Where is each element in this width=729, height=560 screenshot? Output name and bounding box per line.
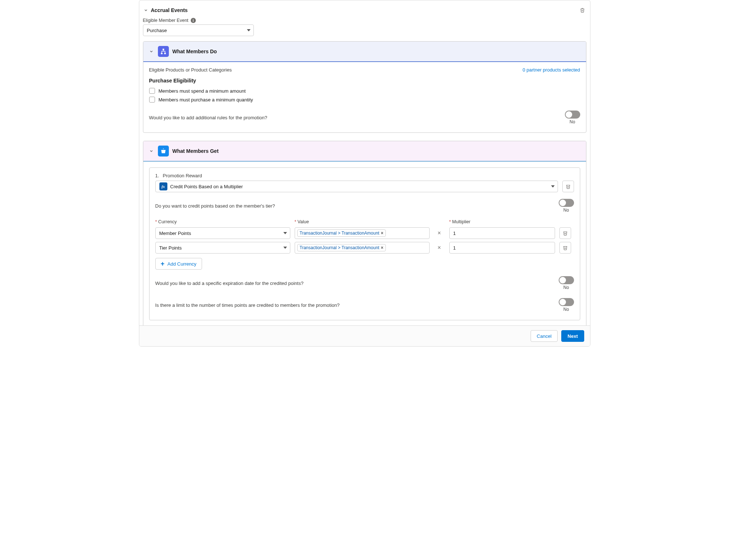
value-input[interactable]: TransactionJournal > TransactionAmount ×	[295, 227, 430, 239]
footer: Cancel Next	[139, 325, 590, 346]
what-members-get-panel: What Members Get 1. Promotion Reward fx …	[143, 141, 586, 325]
multiplier-value: 1	[453, 231, 456, 236]
next-button[interactable]: Next	[561, 330, 584, 342]
reward-label: Promotion Reward	[163, 173, 202, 178]
app-window: Accrual Events Eligible Member Event i P…	[139, 0, 590, 347]
eligible-member-event-label: Eligible Member Event	[143, 18, 189, 23]
what-members-do-panel: What Members Do Eligible Products or Pro…	[143, 41, 586, 133]
multiplier-input[interactable]: 1	[449, 227, 555, 239]
eligible-member-event-value: Purchase	[147, 28, 167, 33]
expiration-toggle[interactable]	[559, 276, 574, 284]
currency-select[interactable]: Member Points	[155, 227, 290, 239]
value-chip[interactable]: TransactionJournal > TransactionAmount ×	[297, 229, 386, 237]
reward-type-select[interactable]: fx Credit Points Based on a Multiplier	[155, 181, 558, 192]
additional-rules-toggle-label: No	[570, 119, 575, 124]
partner-products-link[interactable]: 0 partner products selected	[523, 67, 580, 73]
info-icon[interactable]: i	[191, 18, 196, 23]
add-currency-label: Add Currency	[167, 261, 196, 267]
checkbox-min-qty[interactable]	[149, 97, 155, 103]
svg-rect-0	[162, 49, 164, 50]
delete-row-button[interactable]	[559, 242, 571, 254]
eligible-member-event-field: Eligible Member Event i Purchase	[143, 16, 586, 39]
multiplier-header: Multiplier	[452, 219, 470, 224]
svg-rect-2	[164, 53, 166, 54]
currency-select[interactable]: Tier Points	[155, 242, 290, 254]
eligible-member-event-select[interactable]: Purchase	[143, 24, 254, 36]
accrual-events-header: Accrual Events	[143, 4, 586, 16]
reward-index: 1.	[155, 173, 159, 178]
value-input[interactable]: TransactionJournal > TransactionAmount ×	[295, 242, 430, 254]
tier-toggle-label: No	[563, 208, 569, 213]
hierarchy-icon	[158, 46, 169, 57]
plus-icon: +	[161, 260, 165, 267]
cancel-button[interactable]: Cancel	[531, 330, 558, 342]
reward-type-value: Credit Points Based on a Multiplier	[170, 184, 243, 189]
delete-accrual-button[interactable]	[578, 6, 586, 14]
add-currency-button[interactable]: + Add Currency	[155, 258, 202, 270]
expiration-toggle-label: No	[563, 285, 569, 290]
limit-toggle-label: No	[563, 307, 569, 312]
reward-card: 1. Promotion Reward fx Credit Points Bas…	[149, 167, 580, 320]
chevron-down-icon	[283, 247, 287, 249]
svg-rect-1	[161, 53, 163, 54]
content-scroll[interactable]: Accrual Events Eligible Member Event i P…	[139, 0, 590, 325]
value-chip-text: TransactionJournal > TransactionAmount	[300, 245, 380, 250]
tier-toggle[interactable]	[559, 199, 574, 207]
delete-row-button[interactable]	[559, 227, 571, 239]
purchase-eligibility-title: Purchase Eligibility	[149, 78, 580, 84]
additional-rules-question: Would you like to add additional rules f…	[149, 115, 267, 120]
limit-question: Is there a limit to the number of times …	[155, 302, 340, 308]
currency-row: Member Points TransactionJournal > Trans…	[155, 227, 574, 239]
currency-header: Currency	[158, 219, 177, 224]
what-members-do-title: What Members Do	[172, 49, 217, 54]
eligible-products-label: Eligible Products or Product Categories	[149, 67, 232, 73]
reward-icon	[158, 146, 169, 157]
multiplier-input[interactable]: 1	[449, 242, 555, 254]
expiration-question: Would you like to add a specific expirat…	[155, 281, 304, 286]
currency-value: Tier Points	[159, 245, 182, 251]
currency-value: Member Points	[159, 231, 191, 236]
additional-rules-toggle[interactable]	[565, 111, 580, 119]
chevron-down-icon	[551, 185, 555, 188]
checkbox-min-amount[interactable]	[149, 88, 155, 94]
chevron-down-icon	[247, 29, 251, 31]
chevron-down-icon[interactable]	[148, 148, 154, 154]
value-header: Value	[298, 219, 309, 224]
chevron-down-icon[interactable]	[148, 49, 154, 54]
chevron-down-icon[interactable]	[143, 7, 149, 13]
multiplier-value: 1	[453, 245, 456, 251]
currency-row: Tier Points TransactionJournal > Transac…	[155, 242, 574, 254]
what-members-do-header[interactable]: What Members Do	[143, 42, 586, 62]
delete-reward-button[interactable]	[562, 181, 574, 192]
what-members-get-title: What Members Get	[172, 148, 219, 154]
accrual-events-title: Accrual Events	[151, 7, 188, 13]
checkbox-min-qty-label: Members must purchase a minimum quantity	[159, 97, 253, 103]
checkbox-min-amount-label: Members must spend a minimum amount	[159, 88, 246, 94]
times-icon: ×	[434, 230, 445, 236]
formula-icon: fx	[159, 182, 167, 190]
tier-question: Do you want to credit points based on th…	[155, 203, 275, 209]
value-chip[interactable]: TransactionJournal > TransactionAmount ×	[297, 244, 386, 251]
value-chip-text: TransactionJournal > TransactionAmount	[300, 231, 380, 236]
what-members-get-header[interactable]: What Members Get	[143, 141, 586, 162]
chevron-down-icon	[283, 232, 287, 234]
times-icon: ×	[434, 244, 445, 251]
chip-remove-icon[interactable]: ×	[381, 245, 383, 250]
chip-remove-icon[interactable]: ×	[381, 231, 383, 236]
limit-toggle[interactable]	[559, 298, 574, 306]
